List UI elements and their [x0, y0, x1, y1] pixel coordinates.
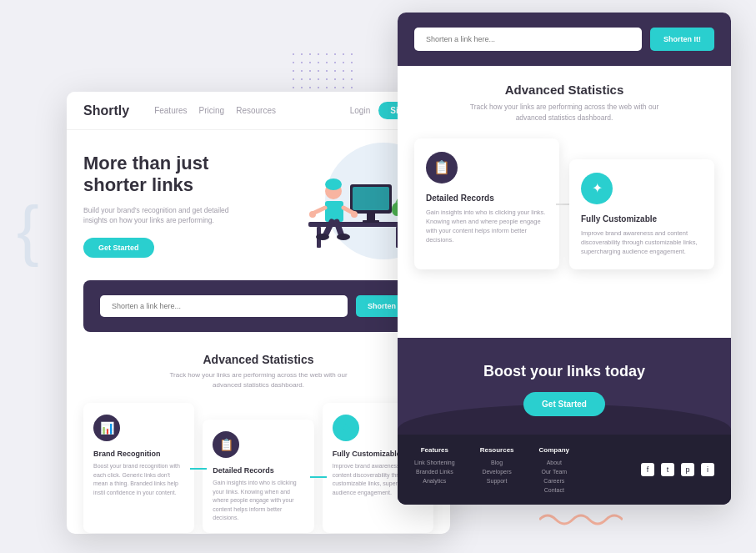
svg-point-8	[325, 178, 342, 190]
hero-title: More than just shorter links	[83, 153, 283, 197]
footer-col-resources: Resources Blog Developers Support	[480, 446, 514, 493]
footer-col-company: Company About Our Team Careers Contact	[539, 446, 569, 493]
svg-point-12	[309, 211, 316, 218]
sec-stats-section: Advanced Statistics Track how your links…	[398, 66, 731, 278]
nav-link-features[interactable]: Features	[154, 106, 187, 115]
sec-stats-subtitle: Track how your links are performing acro…	[456, 102, 673, 123]
sec-stat-icon-records: 📋	[426, 152, 458, 183]
shorten-input[interactable]	[100, 295, 348, 317]
svg-rect-9	[325, 201, 343, 222]
stat-card-brand: 📊 Brand Recognition Boost your brand rec…	[83, 403, 194, 533]
svg-rect-6	[363, 220, 379, 223]
stat-connector-2	[310, 476, 327, 478]
sec-shorten-bar: Shorten It!	[398, 13, 731, 66]
stats-title: Advanced Statistics	[83, 353, 433, 366]
stats-subtitle: Track how your links are performing acro…	[154, 370, 363, 390]
nav-links: Features Pricing Resources	[154, 106, 350, 115]
footer-link-developers[interactable]: Developers	[480, 469, 514, 475]
main-card: Shortly Features Pricing Resources Login…	[67, 92, 450, 534]
social-icon-facebook[interactable]: f	[641, 463, 654, 476]
nav-logo: Shortly	[83, 103, 129, 118]
footer-link-branded[interactable]: Branded Links	[414, 469, 455, 475]
svg-rect-0	[308, 222, 408, 227]
stat-text-brand: Boost your brand recognition with each c…	[93, 462, 184, 497]
sec-stat-text-records: Gain insights into who is clicking your …	[426, 208, 548, 245]
stat-icon-custom: ✦	[333, 415, 359, 441]
sec-boost-section: Boost your links today Get Started Featu…	[398, 338, 731, 505]
footer-link-support[interactable]: Support	[480, 478, 514, 484]
footer-link-about[interactable]: About	[539, 460, 569, 465]
footer-social: f t p i	[641, 446, 714, 493]
stats-section: Advanced Statistics Track how your links…	[67, 340, 450, 534]
sec-shorten-input[interactable]	[414, 28, 642, 51]
stat-connector-1	[190, 468, 207, 470]
footer-link-shortening[interactable]: Link Shortening	[414, 460, 455, 465]
stat-icon-brand: 📊	[93, 415, 120, 441]
svg-rect-4	[353, 187, 389, 210]
svg-point-16	[316, 234, 329, 240]
sec-stats-title: Advanced Statistics	[414, 83, 714, 97]
stat-title-records: Detailed Records	[213, 466, 303, 475]
secondary-card: Shorten It! Advanced Statistics Track ho…	[398, 13, 731, 505]
footer-link-team[interactable]: Our Team	[539, 469, 569, 475]
social-icon-twitter[interactable]: t	[661, 463, 674, 476]
sec-stat-title-records: Detailed Records	[426, 194, 548, 203]
nav-link-pricing[interactable]: Pricing	[199, 106, 225, 115]
footer-link-blog[interactable]: Blog	[480, 460, 514, 465]
footer-col-features: Features Link Shortening Branded Links A…	[414, 446, 455, 493]
svg-rect-5	[367, 214, 375, 220]
footer-link-analytics[interactable]: Analytics	[414, 478, 455, 484]
social-icon-instagram[interactable]: i	[701, 463, 714, 476]
hero-cta-button[interactable]: Get Started	[83, 238, 154, 258]
footer-col-company-title: Company	[539, 446, 569, 454]
svg-point-13	[351, 211, 358, 218]
hero-subtitle: Build your brand's recognition and get d…	[83, 205, 233, 227]
footer-link-careers[interactable]: Careers	[539, 478, 569, 484]
svg-point-17	[337, 234, 350, 240]
stats-cards: 📊 Brand Recognition Boost your brand rec…	[83, 403, 433, 533]
stat-text-records: Gain insights into who is clicking your …	[213, 479, 303, 523]
sec-boost-button[interactable]: Get Started	[523, 392, 605, 416]
nav-login-link[interactable]: Login	[350, 106, 370, 115]
sec-stat-card-custom: ✦ Fully Customizable Improve brand aware…	[569, 159, 714, 270]
navbar: Shortly Features Pricing Resources Login…	[67, 92, 450, 130]
sec-stat-icon-custom: ✦	[581, 173, 613, 204]
squiggle-decoration	[539, 507, 623, 532]
sec-stats-cards: 📋 Detailed Records Gain insights into wh…	[414, 138, 714, 270]
sec-stat-text-custom: Improve brand awareness and content disc…	[581, 229, 703, 257]
footer-link-contact[interactable]: Contact	[539, 487, 569, 493]
sec-boost-title: Boost your links today	[414, 363, 714, 380]
shorten-section: Shorten It!	[83, 280, 433, 332]
sec-shorten-button[interactable]: Shorten It!	[650, 28, 714, 51]
sec-footer: Features Link Shortening Branded Links A…	[398, 435, 731, 505]
nav-link-resources[interactable]: Resources	[236, 106, 276, 115]
hero-section: More than just shorter links Build your …	[67, 130, 450, 272]
curly-decoration-left: {	[17, 192, 39, 269]
stat-title-brand: Brand Recognition	[93, 450, 184, 458]
footer-col-features-title: Features	[414, 446, 455, 454]
footer-col-resources-title: Resources	[480, 446, 514, 454]
sec-stat-title-custom: Fully Customizable	[581, 214, 703, 224]
stat-icon-records: 📋	[213, 431, 239, 458]
sec-stat-card-records: 📋 Detailed Records Gain insights into wh…	[414, 138, 559, 270]
stat-card-records: 📋 Detailed Records Gain insights into wh…	[203, 420, 313, 533]
social-icon-pinterest[interactable]: p	[681, 463, 694, 476]
hero-text: More than just shorter links Build your …	[83, 153, 283, 258]
